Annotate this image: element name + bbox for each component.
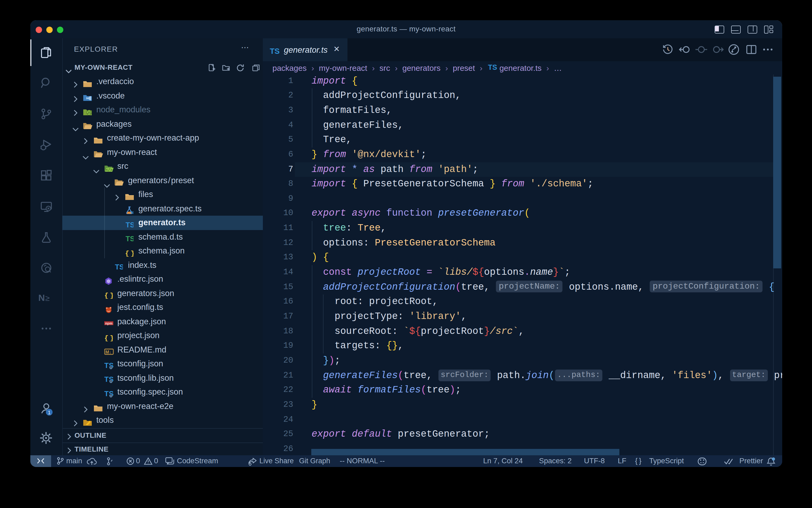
svg-text:TS: TS (125, 221, 133, 228)
svg-text:</>: </> (105, 168, 112, 172)
svg-text:TS: TS (130, 211, 133, 214)
svg-text:≥: ≥ (45, 294, 49, 302)
svg-text:TS: TS (125, 235, 133, 243)
svg-text:{ }: { } (104, 334, 112, 341)
svg-text:TS: TS (488, 64, 497, 71)
svg-text:T: T (104, 362, 108, 370)
svg-text:M↓: M↓ (105, 349, 111, 355)
svg-text:JS: JS (87, 111, 91, 115)
svg-text:{ }: { } (125, 250, 133, 257)
svg-text:TS: TS (115, 263, 123, 271)
svg-text:N: N (38, 293, 45, 303)
svg-text:T: T (104, 390, 108, 398)
svg-text:{ }: { } (104, 292, 112, 299)
svg-text:TS: TS (270, 47, 279, 55)
svg-text:1: 1 (48, 410, 51, 415)
svg-text:npm: npm (105, 322, 112, 326)
svg-text:T: T (104, 376, 108, 384)
